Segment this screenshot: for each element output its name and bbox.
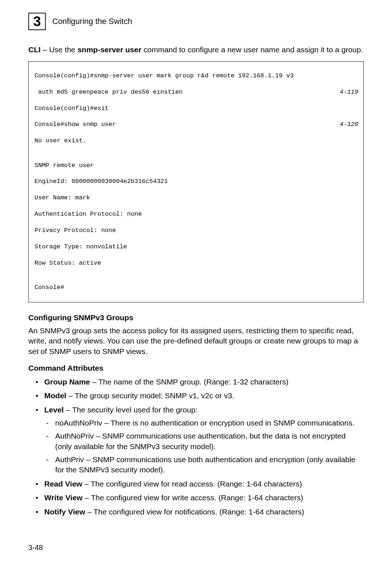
attr-desc: – The group security model; SNMP v1, v2c…	[66, 391, 234, 400]
section-heading: Configuring SNMPv3 Groups	[28, 313, 364, 322]
code-line: Privacy Protocol: none	[34, 227, 358, 235]
page-number: 3-48	[28, 543, 43, 552]
code-text: auth md5 greenpeace priv des56 einstien	[34, 88, 183, 96]
cli-output-box: Console(config)#snmp-server user mark gr…	[28, 61, 364, 302]
chapter-number-icon: 3	[28, 13, 46, 30]
code-line: SNMP remote user	[34, 162, 358, 170]
code-line: EngineId: 80000000030004e2b316c54321	[34, 178, 358, 186]
page-ref: 4-120	[340, 121, 358, 129]
code-line: Console#show snmp user4-120	[34, 121, 358, 129]
sub-list-item: AuthPriv – SNMP communications use both …	[44, 455, 364, 475]
section-title: Configuring the Switch	[52, 17, 132, 26]
sub-list: noAuthNoPriv – There is no authenticatio…	[44, 418, 364, 475]
code-line: Storage Type: nonvolatile	[34, 243, 358, 251]
attr-name: Level	[44, 406, 64, 414]
command-attributes-heading: Command Attributes	[28, 364, 364, 372]
list-item: Read View – The configured view for read…	[28, 479, 364, 489]
attr-desc: – The configured view for write access. …	[82, 493, 303, 502]
code-line: User Name: mark	[34, 194, 358, 202]
cli-text-2: command to configure a new user name and…	[142, 45, 363, 54]
attr-name: Notify View	[44, 508, 85, 516]
cli-label: CLI	[28, 45, 41, 54]
cli-intro-paragraph: CLI – Use the snmp-server user command t…	[28, 45, 364, 55]
attr-desc: – The configured view for read access. (…	[82, 480, 302, 488]
list-item: Level – The security level used for the …	[28, 405, 364, 475]
code-line: auth md5 greenpeace priv des56 einstien4…	[34, 88, 358, 96]
code-line: Console#	[34, 284, 358, 292]
list-item: Write View – The configured view for wri…	[28, 493, 364, 503]
code-line: Console(config)#snmp-server user mark gr…	[34, 72, 358, 80]
page-header: 3 Configuring the Switch	[28, 13, 364, 30]
attr-name: Group Name	[44, 378, 90, 386]
code-line: Console(config)#exit	[34, 105, 358, 113]
page-ref: 4-119	[340, 88, 358, 96]
sub-list-item: AuthNoPriv – SNMP communications use aut…	[44, 431, 364, 452]
attr-name: Read View	[44, 480, 82, 488]
code-text: Console#show snmp user	[34, 121, 116, 129]
list-item: Notify View – The configured view for no…	[28, 507, 364, 517]
cli-command: snmp-server user	[77, 45, 141, 54]
cli-text-1: – Use the	[41, 45, 78, 54]
code-line: Row Status: active	[34, 259, 358, 267]
list-item: Model – The group security model; SNMP v…	[28, 391, 364, 401]
sub-list-item: noAuthNoPriv – There is no authenticatio…	[44, 418, 364, 428]
attr-desc: – The name of the SNMP group. (Range: 1-…	[90, 378, 289, 386]
attr-desc: – The security level used for the group:	[64, 406, 197, 414]
attr-name: Model	[44, 391, 66, 400]
list-item: Group Name – The name of the SNMP group.…	[28, 377, 364, 387]
code-line: Authentication Protocol: none	[34, 210, 358, 218]
attr-name: Write View	[44, 493, 82, 502]
attr-desc: – The configured view for notifications.…	[85, 508, 304, 516]
section-paragraph: An SNMPv3 group sets the access policy f…	[28, 326, 364, 357]
attributes-list: Group Name – The name of the SNMP group.…	[28, 377, 364, 517]
code-line: No user exist.	[34, 137, 358, 145]
